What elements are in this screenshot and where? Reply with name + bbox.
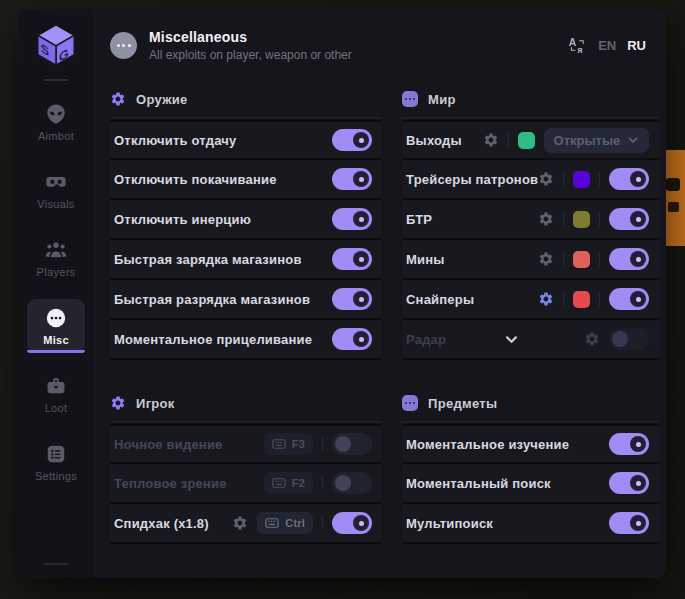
gear-icon[interactable] xyxy=(483,132,499,148)
dots-box-icon xyxy=(402,91,418,107)
right-column: Мир Выходы Открытые xyxy=(402,81,659,578)
divider xyxy=(322,437,323,451)
banner-mark xyxy=(666,178,680,191)
row-exits: Выходы Открытые xyxy=(402,120,659,160)
row-multiloot: Мультипоиск xyxy=(402,504,659,544)
keyboard-icon xyxy=(272,439,286,449)
divider xyxy=(599,252,600,266)
gear-icon[interactable] xyxy=(538,251,554,267)
toggle-off[interactable] xyxy=(609,328,649,350)
row-label: Моментальное прицеливание xyxy=(114,332,312,347)
divider xyxy=(563,252,564,266)
section-title: Игрок xyxy=(136,396,175,411)
toggle-on[interactable] xyxy=(609,168,649,190)
row-no-recoil: Отключить отдачу xyxy=(110,120,382,160)
row-night-vision: Ночное видение F3 xyxy=(110,424,382,464)
row-label: Трейсеры патронов xyxy=(406,172,538,187)
toggle-on[interactable] xyxy=(332,512,372,534)
sidebar-item-label: Misc xyxy=(43,334,69,346)
row-label: Выходы xyxy=(406,133,462,148)
screen: Aimbot Visuals Players Misc Loot Setting… xyxy=(0,0,685,599)
row-instant-research: Моментальное изучение xyxy=(402,424,659,464)
hotkey-badge[interactable]: Ctrl xyxy=(257,512,313,534)
toggle-on[interactable] xyxy=(332,328,372,350)
color-swatch[interactable] xyxy=(573,251,590,268)
toggle-on[interactable] xyxy=(332,208,372,230)
sidebar-item-label: Visuals xyxy=(37,198,74,210)
sidebar-item-settings[interactable]: Settings xyxy=(27,435,85,489)
row-label: Снайперы xyxy=(406,292,474,307)
alien-icon xyxy=(45,103,67,125)
sidebar-item-aimbot[interactable]: Aimbot xyxy=(27,95,85,149)
row-label: Тепловое зрение xyxy=(114,476,227,491)
app-logo-cube-icon xyxy=(33,22,79,68)
divider xyxy=(402,117,659,118)
gear-icon[interactable] xyxy=(232,515,248,531)
chevron-down-icon[interactable] xyxy=(504,332,519,347)
color-swatch[interactable] xyxy=(518,132,535,149)
keyboard-icon xyxy=(272,478,286,488)
toggle-on[interactable] xyxy=(609,208,649,230)
row-instant-loot: Моментальный поиск xyxy=(402,464,659,504)
divider xyxy=(599,172,600,186)
section-world: Мир Выходы Открытые xyxy=(402,81,659,360)
cheat-menu-window: Aimbot Visuals Players Misc Loot Setting… xyxy=(18,9,666,578)
toggle-on[interactable] xyxy=(609,288,649,310)
sidebar-item-misc[interactable]: Misc xyxy=(27,299,85,353)
main-area: Miscellaneous All exploits on player, we… xyxy=(94,9,666,578)
row-label: Спидхак (x1.8) xyxy=(114,516,209,531)
lang-en-button[interactable]: EN xyxy=(598,38,616,53)
toggle-off[interactable] xyxy=(332,433,372,455)
toggle-on[interactable] xyxy=(609,248,649,270)
gear-icon[interactable] xyxy=(538,211,554,227)
toggle-off[interactable] xyxy=(332,472,372,494)
color-swatch[interactable] xyxy=(573,291,590,308)
divider xyxy=(563,212,564,226)
exits-dropdown[interactable]: Открытые xyxy=(544,128,650,153)
divider xyxy=(563,172,564,186)
toggle-on[interactable] xyxy=(332,288,372,310)
sidebar-item-label: Aimbot xyxy=(38,130,74,142)
section-title: Оружие xyxy=(136,92,188,107)
row-label: Моментальный поиск xyxy=(406,476,551,491)
row-instant-ads: Моментальное прицеливание xyxy=(110,320,382,360)
divider xyxy=(110,117,382,118)
row-label: Быстрая разрядка магазинов xyxy=(114,292,310,307)
language-switcher: EN RU xyxy=(568,36,646,55)
content: Оружие Отключить отдачу Отключить покачи… xyxy=(94,73,666,578)
players-icon xyxy=(45,239,67,261)
sidebar-item-visuals[interactable]: Visuals xyxy=(27,163,85,217)
toggle-on[interactable] xyxy=(609,472,649,494)
divider xyxy=(43,563,69,565)
divider xyxy=(402,421,659,422)
divider xyxy=(322,516,323,530)
gear-icon[interactable] xyxy=(584,331,600,347)
gear-icon[interactable] xyxy=(538,171,554,187)
page-title: Miscellaneous xyxy=(149,29,352,45)
sidebar-item-label: Loot xyxy=(45,402,68,414)
toggle-on[interactable] xyxy=(609,512,649,534)
toggle-on[interactable] xyxy=(332,129,372,151)
hotkey-badge[interactable]: F3 xyxy=(264,433,313,455)
hotkey-badge[interactable]: F2 xyxy=(264,472,313,494)
color-swatch[interactable] xyxy=(573,171,590,188)
gear-icon xyxy=(110,91,126,107)
sidebar-item-players[interactable]: Players xyxy=(27,231,85,285)
section-player: Игрок Ночное видение F3 xyxy=(110,385,382,544)
toggle-on[interactable] xyxy=(332,168,372,190)
toggle-on[interactable] xyxy=(609,433,649,455)
row-fast-unload: Быстрая разрядка магазинов xyxy=(110,280,382,320)
row-label: Ночное видение xyxy=(114,437,223,452)
ellipsis-circle-icon xyxy=(45,307,67,329)
toggle-on[interactable] xyxy=(332,248,372,270)
row-fast-reload: Быстрая зарядка магазинов xyxy=(110,240,382,280)
color-swatch[interactable] xyxy=(573,211,590,228)
row-radar: Радар xyxy=(402,320,659,360)
row-label: Отключить покачивание xyxy=(114,172,277,187)
gear-icon[interactable] xyxy=(538,291,554,307)
lang-ru-button[interactable]: RU xyxy=(627,38,646,53)
row-label: Моментальное изучение xyxy=(406,437,569,452)
divider xyxy=(599,292,600,306)
divider xyxy=(563,292,564,306)
sidebar-item-loot[interactable]: Loot xyxy=(27,367,85,421)
